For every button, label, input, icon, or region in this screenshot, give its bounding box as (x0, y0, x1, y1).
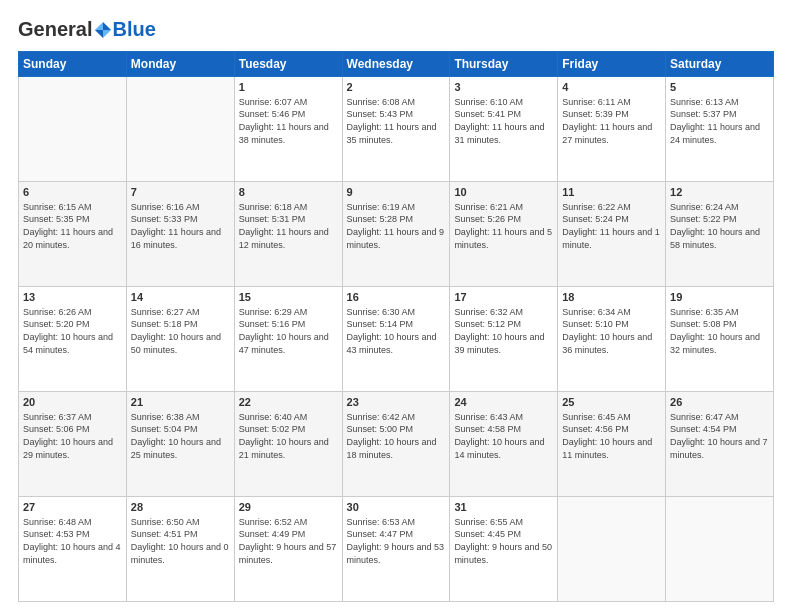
day-info: Sunrise: 6:34 AMSunset: 5:10 PMDaylight:… (562, 306, 661, 356)
calendar-table: SundayMondayTuesdayWednesdayThursdayFrid… (18, 51, 774, 602)
day-number: 10 (454, 185, 553, 200)
calendar-cell: 11Sunrise: 6:22 AMSunset: 5:24 PMDayligh… (558, 182, 666, 287)
day-info: Sunrise: 6:16 AMSunset: 5:33 PMDaylight:… (131, 201, 230, 251)
calendar-cell: 25Sunrise: 6:45 AMSunset: 4:56 PMDayligh… (558, 392, 666, 497)
day-number: 30 (347, 500, 446, 515)
calendar-week-row: 1Sunrise: 6:07 AMSunset: 5:46 PMDaylight… (19, 77, 774, 182)
day-number: 8 (239, 185, 338, 200)
calendar-header-monday: Monday (126, 52, 234, 77)
day-info: Sunrise: 6:15 AMSunset: 5:35 PMDaylight:… (23, 201, 122, 251)
day-number: 21 (131, 395, 230, 410)
day-info: Sunrise: 6:18 AMSunset: 5:31 PMDaylight:… (239, 201, 338, 251)
calendar-cell: 1Sunrise: 6:07 AMSunset: 5:46 PMDaylight… (234, 77, 342, 182)
day-number: 16 (347, 290, 446, 305)
day-info: Sunrise: 6:30 AMSunset: 5:14 PMDaylight:… (347, 306, 446, 356)
day-number: 24 (454, 395, 553, 410)
day-number: 20 (23, 395, 122, 410)
day-number: 7 (131, 185, 230, 200)
day-info: Sunrise: 6:40 AMSunset: 5:02 PMDaylight:… (239, 411, 338, 461)
day-info: Sunrise: 6:29 AMSunset: 5:16 PMDaylight:… (239, 306, 338, 356)
day-info: Sunrise: 6:32 AMSunset: 5:12 PMDaylight:… (454, 306, 553, 356)
day-number: 19 (670, 290, 769, 305)
day-info: Sunrise: 6:50 AMSunset: 4:51 PMDaylight:… (131, 516, 230, 566)
calendar-cell (666, 497, 774, 602)
day-number: 28 (131, 500, 230, 515)
calendar-cell: 2Sunrise: 6:08 AMSunset: 5:43 PMDaylight… (342, 77, 450, 182)
calendar-cell: 27Sunrise: 6:48 AMSunset: 4:53 PMDayligh… (19, 497, 127, 602)
calendar-cell: 9Sunrise: 6:19 AMSunset: 5:28 PMDaylight… (342, 182, 450, 287)
calendar-week-row: 20Sunrise: 6:37 AMSunset: 5:06 PMDayligh… (19, 392, 774, 497)
calendar-header-saturday: Saturday (666, 52, 774, 77)
day-info: Sunrise: 6:24 AMSunset: 5:22 PMDaylight:… (670, 201, 769, 251)
day-info: Sunrise: 6:38 AMSunset: 5:04 PMDaylight:… (131, 411, 230, 461)
day-info: Sunrise: 6:22 AMSunset: 5:24 PMDaylight:… (562, 201, 661, 251)
calendar-cell: 8Sunrise: 6:18 AMSunset: 5:31 PMDaylight… (234, 182, 342, 287)
calendar-cell: 21Sunrise: 6:38 AMSunset: 5:04 PMDayligh… (126, 392, 234, 497)
day-number: 17 (454, 290, 553, 305)
day-number: 14 (131, 290, 230, 305)
calendar-cell: 6Sunrise: 6:15 AMSunset: 5:35 PMDaylight… (19, 182, 127, 287)
calendar-cell: 17Sunrise: 6:32 AMSunset: 5:12 PMDayligh… (450, 287, 558, 392)
calendar-body: 1Sunrise: 6:07 AMSunset: 5:46 PMDaylight… (19, 77, 774, 602)
calendar-cell: 13Sunrise: 6:26 AMSunset: 5:20 PMDayligh… (19, 287, 127, 392)
page: GeneralBlue SundayMondayTuesdayWednesday… (0, 0, 792, 612)
day-number: 6 (23, 185, 122, 200)
day-info: Sunrise: 6:11 AMSunset: 5:39 PMDaylight:… (562, 96, 661, 146)
calendar-week-row: 6Sunrise: 6:15 AMSunset: 5:35 PMDaylight… (19, 182, 774, 287)
calendar-cell: 28Sunrise: 6:50 AMSunset: 4:51 PMDayligh… (126, 497, 234, 602)
calendar-cell: 14Sunrise: 6:27 AMSunset: 5:18 PMDayligh… (126, 287, 234, 392)
svg-marker-0 (103, 21, 111, 29)
day-number: 27 (23, 500, 122, 515)
header: GeneralBlue (18, 18, 774, 41)
day-info: Sunrise: 6:21 AMSunset: 5:26 PMDaylight:… (454, 201, 553, 251)
calendar-cell: 7Sunrise: 6:16 AMSunset: 5:33 PMDaylight… (126, 182, 234, 287)
calendar-cell: 16Sunrise: 6:30 AMSunset: 5:14 PMDayligh… (342, 287, 450, 392)
calendar-header-thursday: Thursday (450, 52, 558, 77)
logo-blue: Blue (112, 18, 155, 40)
calendar-cell: 20Sunrise: 6:37 AMSunset: 5:06 PMDayligh… (19, 392, 127, 497)
calendar-week-row: 27Sunrise: 6:48 AMSunset: 4:53 PMDayligh… (19, 497, 774, 602)
calendar-cell: 12Sunrise: 6:24 AMSunset: 5:22 PMDayligh… (666, 182, 774, 287)
day-number: 3 (454, 80, 553, 95)
svg-marker-3 (103, 30, 111, 38)
day-number: 31 (454, 500, 553, 515)
logo-general: General (18, 18, 92, 41)
calendar-header-friday: Friday (558, 52, 666, 77)
calendar-cell: 22Sunrise: 6:40 AMSunset: 5:02 PMDayligh… (234, 392, 342, 497)
day-number: 2 (347, 80, 446, 95)
calendar-cell: 3Sunrise: 6:10 AMSunset: 5:41 PMDaylight… (450, 77, 558, 182)
calendar-cell: 15Sunrise: 6:29 AMSunset: 5:16 PMDayligh… (234, 287, 342, 392)
calendar-cell: 31Sunrise: 6:55 AMSunset: 4:45 PMDayligh… (450, 497, 558, 602)
calendar-cell: 29Sunrise: 6:52 AMSunset: 4:49 PMDayligh… (234, 497, 342, 602)
logo-flag-icon (94, 21, 112, 39)
day-info: Sunrise: 6:27 AMSunset: 5:18 PMDaylight:… (131, 306, 230, 356)
calendar-cell: 23Sunrise: 6:42 AMSunset: 5:00 PMDayligh… (342, 392, 450, 497)
day-number: 23 (347, 395, 446, 410)
day-number: 4 (562, 80, 661, 95)
day-info: Sunrise: 6:35 AMSunset: 5:08 PMDaylight:… (670, 306, 769, 356)
day-info: Sunrise: 6:43 AMSunset: 4:58 PMDaylight:… (454, 411, 553, 461)
day-info: Sunrise: 6:08 AMSunset: 5:43 PMDaylight:… (347, 96, 446, 146)
logo: GeneralBlue (18, 18, 156, 41)
calendar-cell (126, 77, 234, 182)
day-number: 26 (670, 395, 769, 410)
calendar-cell: 18Sunrise: 6:34 AMSunset: 5:10 PMDayligh… (558, 287, 666, 392)
day-number: 11 (562, 185, 661, 200)
calendar-header-row: SundayMondayTuesdayWednesdayThursdayFrid… (19, 52, 774, 77)
day-info: Sunrise: 6:37 AMSunset: 5:06 PMDaylight:… (23, 411, 122, 461)
logo-text: GeneralBlue (18, 18, 156, 41)
calendar-header-tuesday: Tuesday (234, 52, 342, 77)
day-info: Sunrise: 6:13 AMSunset: 5:37 PMDaylight:… (670, 96, 769, 146)
calendar-cell: 5Sunrise: 6:13 AMSunset: 5:37 PMDaylight… (666, 77, 774, 182)
calendar-cell: 24Sunrise: 6:43 AMSunset: 4:58 PMDayligh… (450, 392, 558, 497)
calendar-week-row: 13Sunrise: 6:26 AMSunset: 5:20 PMDayligh… (19, 287, 774, 392)
day-info: Sunrise: 6:55 AMSunset: 4:45 PMDaylight:… (454, 516, 553, 566)
calendar-cell: 4Sunrise: 6:11 AMSunset: 5:39 PMDaylight… (558, 77, 666, 182)
day-info: Sunrise: 6:26 AMSunset: 5:20 PMDaylight:… (23, 306, 122, 356)
day-info: Sunrise: 6:42 AMSunset: 5:00 PMDaylight:… (347, 411, 446, 461)
calendar-cell: 10Sunrise: 6:21 AMSunset: 5:26 PMDayligh… (450, 182, 558, 287)
day-info: Sunrise: 6:48 AMSunset: 4:53 PMDaylight:… (23, 516, 122, 566)
calendar-cell: 30Sunrise: 6:53 AMSunset: 4:47 PMDayligh… (342, 497, 450, 602)
day-info: Sunrise: 6:52 AMSunset: 4:49 PMDaylight:… (239, 516, 338, 566)
day-info: Sunrise: 6:53 AMSunset: 4:47 PMDaylight:… (347, 516, 446, 566)
